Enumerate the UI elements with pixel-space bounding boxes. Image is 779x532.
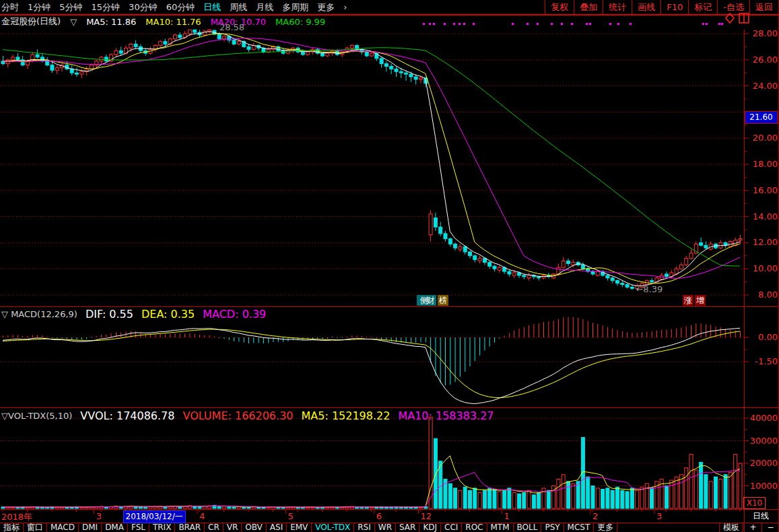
indicator-button-MTM[interactable]: MTM — [487, 523, 514, 532]
period-tab-60分钟[interactable]: 60分钟 — [166, 0, 195, 14]
month-label: 2 — [592, 511, 598, 521]
indicator-button-CCI[interactable]: CCI — [441, 523, 462, 532]
volume-panel-header: ▽VOL-TDX(5,10) VVOL: 174086.78VOLUME: 16… — [1, 410, 494, 421]
action-button-复权[interactable]: 复权 — [545, 0, 574, 14]
indicator-button-DMA[interactable]: DMA — [102, 523, 128, 532]
action-button-F10[interactable]: F10 — [661, 0, 688, 14]
macd-value-item: MACD: 0.39 — [203, 308, 266, 321]
ma20-line — [3, 38, 740, 279]
tdx-app-window: 分时1分钟5分钟15分钟30分钟60分钟日线周线月线多周期更多› 复权叠加统计画… — [0, 0, 779, 532]
selected-date-box: 2018/03/12/一 — [123, 510, 186, 523]
indicator-button-KDJ[interactable]: KDJ — [419, 523, 441, 532]
indicator-button-VOL-TDX[interactable]: VOL-TDX — [312, 523, 354, 532]
indicator-button-EMV[interactable]: EMV — [287, 523, 312, 532]
price-axis-label: 12.00 — [746, 237, 778, 247]
month-label: 6 — [376, 511, 382, 521]
volume-bars — [1, 417, 742, 508]
stock-title: 金冠股份(日线) — [1, 15, 61, 28]
zoom-in-button[interactable]: + — [744, 523, 761, 532]
indicator-button-OBV[interactable]: OBV — [242, 523, 267, 532]
indicator-button-CR[interactable]: CR — [205, 523, 224, 532]
period-tab-更多[interactable]: 更多 — [317, 0, 335, 14]
volume-axis-label: 10000 — [746, 481, 778, 491]
macd-axis-label: -1.50 — [746, 356, 778, 366]
chart-canvas[interactable] — [0, 0, 779, 532]
period-tab-月线[interactable]: 月线 — [256, 0, 273, 14]
high-price-label: 28.58 — [219, 22, 244, 32]
month-label: 4 — [199, 511, 205, 521]
price-axis-label: 24.00 — [746, 81, 778, 91]
month-label: 3 — [656, 511, 662, 521]
price-axis-label: 18.00 — [746, 159, 778, 169]
indicator-button-指标[interactable]: 指标 — [0, 523, 24, 532]
event-flag-榜[interactable]: 榜 — [438, 295, 448, 306]
drawing-indicator-icons — [724, 12, 751, 27]
indicator-button-ROC[interactable]: ROC — [462, 523, 487, 532]
period-tab-1分钟[interactable]: 1分钟 — [28, 0, 50, 14]
volume-axis-label: 20000 — [746, 458, 778, 468]
indicator-button-PSY[interactable]: PSY — [541, 523, 564, 532]
indicator-button-SAR[interactable]: SAR — [396, 523, 419, 532]
ma-legend-item: MA60: 9.99 — [275, 17, 325, 27]
month-label: 3 — [96, 511, 102, 521]
price-axis-label: 10.00 — [746, 263, 778, 273]
period-tab-5分钟[interactable]: 5分钟 — [59, 0, 82, 14]
price-axis-label: 28.00 — [746, 28, 778, 38]
period-indicator: 日线 — [744, 510, 778, 522]
ma60-line — [3, 48, 740, 266]
macd-value-item: DIF: 0.55 — [86, 308, 133, 321]
period-tab-分时[interactable]: 分时 — [1, 0, 19, 14]
indicator-button-TRIX[interactable]: TRIX — [149, 523, 175, 532]
price-axis-label: 20.00 — [746, 133, 778, 143]
ma-legend-item: MA5: 11.86 — [86, 17, 136, 27]
event-marker-dots — [423, 23, 723, 25]
indicator-button-窗口[interactable]: 窗口 — [24, 523, 47, 532]
period-tab-15分钟[interactable]: 15分钟 — [92, 0, 121, 14]
indicator-button-VR[interactable]: VR — [224, 523, 242, 532]
more-chevron-icon[interactable]: › — [343, 0, 347, 14]
price-axis-label: 26.00 — [746, 55, 778, 65]
year-label: 2018年 — [1, 511, 32, 523]
indicator-button-FSL[interactable]: FSL — [128, 523, 149, 532]
volume-unit-box: X10 — [743, 497, 766, 509]
price-axis-label: 8.00 — [746, 290, 778, 300]
period-tab-日线[interactable]: 日线 — [203, 0, 221, 14]
volume-axis-label: 30000 — [746, 436, 778, 446]
indicator-button-MCST[interactable]: MCST — [564, 523, 595, 532]
event-flag-侧财[interactable]: 侧财 — [417, 295, 436, 306]
month-label: 1 — [504, 511, 510, 521]
indicator-button-RSI[interactable]: RSI — [354, 523, 375, 532]
action-button-标记[interactable]: 标记 — [688, 0, 717, 14]
collapse-caret-icon[interactable]: ▽ — [70, 17, 77, 27]
zoom-out-button[interactable]: − — [761, 523, 779, 532]
indicator-button-BRAR[interactable]: BRAR — [175, 523, 205, 532]
period-tab-周线[interactable]: 周线 — [230, 0, 247, 14]
top-menu: 分时1分钟5分钟15分钟30分钟60分钟日线周线月线多周期更多› 复权叠加统计画… — [0, 0, 779, 15]
indicator-button-更多[interactable]: 更多 — [594, 523, 617, 532]
action-button-统计[interactable]: 统计 — [603, 0, 632, 14]
indicator-button-MACD[interactable]: MACD — [47, 523, 79, 532]
indicator-button-WR[interactable]: WR — [375, 523, 396, 532]
indicator-button-DMI[interactable]: DMI — [79, 523, 102, 532]
month-label: 5 — [287, 511, 293, 521]
period-menu: 分时1分钟5分钟15分钟30分钟60分钟日线周线月线多周期更多› — [1, 0, 347, 14]
volume-axis-label: 40000 — [746, 413, 778, 423]
action-button-画线[interactable]: 画线 — [632, 0, 661, 14]
split-box-icon[interactable] — [739, 13, 749, 23]
collapse-caret-icon[interactable]: ▽ MACD(12,26,9) — [1, 309, 77, 319]
event-flag-涨[interactable]: 涨 — [683, 295, 693, 306]
indicator-button-BOLL[interactable]: BOLL — [514, 523, 542, 532]
candlestick-series — [1, 30, 742, 290]
period-tab-30分钟[interactable]: 30分钟 — [129, 0, 158, 14]
collapse-caret-icon[interactable]: ▽VOL-TDX(5,10) — [1, 411, 72, 421]
indicator-button-ASI[interactable]: ASI — [267, 523, 287, 532]
diamond-icon[interactable] — [726, 13, 734, 23]
action-button-叠加[interactable]: 叠加 — [574, 0, 603, 14]
toolbar-spacer — [617, 523, 719, 532]
event-flag-增[interactable]: 增 — [695, 295, 706, 306]
period-tab-多周期[interactable]: 多周期 — [282, 0, 308, 14]
last-price-badge: 21.60 — [745, 111, 778, 124]
action-button-返回[interactable]: 返回 — [749, 0, 778, 14]
volume-ma10-line — [3, 470, 740, 507]
template-button[interactable]: 模板 — [719, 523, 743, 532]
